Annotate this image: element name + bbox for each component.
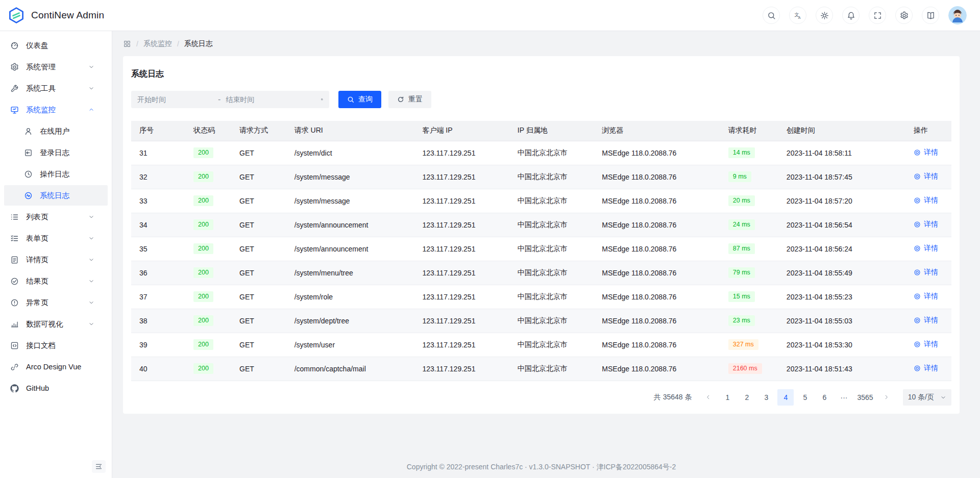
breadcrumb-item[interactable]: 系统监控 <box>143 39 172 48</box>
page-button-3[interactable]: 3 <box>758 389 774 406</box>
docs-button[interactable] <box>922 7 939 24</box>
column-header: 请求 URI <box>286 121 414 141</box>
sidebar-item-arco-design-vue[interactable]: Arco Design Vue <box>4 357 108 377</box>
start-time-input[interactable] <box>137 95 218 104</box>
wrench-icon <box>10 84 19 93</box>
page-button-6[interactable]: 6 <box>816 389 832 406</box>
sidebar-item-label: 详情页 <box>26 255 48 265</box>
sidebar-item-api-doc[interactable]: 接口文档 <box>4 335 108 356</box>
chevron-down-icon <box>88 214 94 220</box>
cell-uri: /system/message <box>286 165 414 189</box>
sidebar-item-operation-log[interactable]: 操作日志 <box>4 164 108 184</box>
login-log-icon <box>24 148 33 157</box>
app-root: ContiNew Admin 文A 仪表盘系统管理系统工具系统监控在线用户登录日… <box>0 0 980 478</box>
app-title: ContiNew Admin <box>31 10 104 21</box>
user-avatar[interactable] <box>948 6 967 24</box>
cell-status: 200 <box>185 141 231 165</box>
sidebar-item-result-page[interactable]: 结果页 <box>4 271 108 291</box>
page-button-4[interactable]: 4 <box>777 389 794 406</box>
translate-button[interactable]: 文A <box>789 7 806 24</box>
cell-browser: MSEdge 118.0.2088.76 <box>594 141 720 165</box>
cell-client-ip: 123.117.129.251 <box>414 165 509 189</box>
date-range-picker[interactable]: - <box>131 91 329 108</box>
sidebar-item-system-monitor[interactable]: 系统监控 <box>4 99 108 120</box>
page-size-select[interactable]: 10 条/页 <box>903 389 951 406</box>
cell-created-time: 2023-11-04 18:57:20 <box>778 189 905 213</box>
sidebar-item-exception-page[interactable]: 异常页 <box>4 292 108 313</box>
page-button-3565[interactable]: 3565 <box>855 389 875 406</box>
svg-text:A: A <box>798 16 800 20</box>
detail-link[interactable]: 详情 <box>914 364 938 373</box>
cell-status: 200 <box>185 237 231 261</box>
search-button[interactable] <box>763 7 780 24</box>
user-icon <box>24 127 33 136</box>
detail-link[interactable]: 详情 <box>914 148 938 157</box>
detail-link[interactable]: 详情 <box>914 340 938 349</box>
cell-elapsed: 23 ms <box>720 309 778 333</box>
system-log-icon <box>24 191 33 200</box>
detail-link[interactable]: 详情 <box>914 292 938 301</box>
table-row: 31200GET/system/dict123.117.129.251中国北京北… <box>131 141 951 165</box>
cell-method: GET <box>231 213 286 237</box>
theme-button[interactable] <box>816 7 833 24</box>
fullscreen-button[interactable] <box>869 7 886 24</box>
settings-button[interactable] <box>895 7 913 24</box>
cell-ip-region: 中国北京北京市 <box>509 189 594 213</box>
cell-action: 详情 <box>905 261 951 285</box>
sidebar-item-label: 系统管理 <box>26 62 56 72</box>
notification-button[interactable] <box>842 7 860 24</box>
cell-method: GET <box>231 189 286 213</box>
cell-uri: /system/dept/tree <box>286 309 414 333</box>
cell-uri: /common/captcha/mail <box>286 357 414 381</box>
page-button-5[interactable]: 5 <box>797 389 813 406</box>
sidebar-item-github[interactable]: GitHub <box>4 378 108 398</box>
detail-link[interactable]: 详情 <box>914 316 938 325</box>
detail-link-label: 详情 <box>924 244 938 253</box>
next-page-button[interactable] <box>878 389 895 406</box>
page-button-1[interactable]: 1 <box>719 389 736 406</box>
detail-link-label: 详情 <box>924 292 938 301</box>
sidebar-item-detail-page[interactable]: 详情页 <box>4 249 108 270</box>
detail-link[interactable]: 详情 <box>914 172 938 181</box>
detail-link[interactable]: 详情 <box>914 244 938 253</box>
sidebar-item-dashboard[interactable]: 仪表盘 <box>4 35 108 56</box>
sidebar-item-system-tools[interactable]: 系统工具 <box>4 78 108 98</box>
previous-page-button[interactable] <box>700 389 716 406</box>
cell-no: 39 <box>131 333 185 357</box>
sidebar-menu: 仪表盘系统管理系统工具系统监控在线用户登录日志操作日志系统日志列表页表单页详情页… <box>0 35 112 398</box>
chevron-up-icon <box>88 107 94 113</box>
cell-elapsed: 9 ms <box>720 165 778 189</box>
sidebar-item-label: 接口文档 <box>26 341 56 350</box>
column-header: 浏览器 <box>594 121 720 141</box>
cell-created-time: 2023-11-04 18:55:03 <box>778 309 905 333</box>
detail-link[interactable]: 详情 <box>914 268 938 277</box>
breadcrumb-separator: / <box>177 40 179 48</box>
table-row: 37200GET/system/role123.117.129.251中国北京北… <box>131 285 951 309</box>
cell-action: 详情 <box>905 357 951 381</box>
chevron-down-icon <box>88 85 94 91</box>
page-button-2[interactable]: 2 <box>739 389 755 406</box>
sidebar-item-system-management[interactable]: 系统管理 <box>4 57 108 77</box>
cell-no: 36 <box>131 261 185 285</box>
code-square-icon <box>10 341 19 350</box>
sidebar-item-online-users[interactable]: 在线用户 <box>4 121 108 141</box>
cell-action: 详情 <box>905 309 951 333</box>
sidebar-item-label: 系统日志 <box>40 191 69 200</box>
status-badge: 200 <box>193 219 213 231</box>
reset-button[interactable]: 重置 <box>388 91 431 108</box>
sidebar-item-data-visualization[interactable]: 数据可视化 <box>4 314 108 334</box>
exclamation-circle-icon <box>10 298 19 307</box>
chevron-down-icon <box>88 299 94 306</box>
sidebar-item-system-log[interactable]: 系统日志 <box>4 185 108 206</box>
sidebar-item-list-page[interactable]: 列表页 <box>4 207 108 227</box>
detail-link[interactable]: 详情 <box>914 220 938 229</box>
brand[interactable]: ContiNew Admin <box>8 7 104 24</box>
footer-copyright: Copyright © 2022-present Charles7c · v1.… <box>123 463 960 478</box>
sidebar-item-login-log[interactable]: 登录日志 <box>4 142 108 163</box>
end-time-input[interactable] <box>226 95 318 104</box>
detail-link[interactable]: 详情 <box>914 196 938 205</box>
column-header: 操作 <box>905 121 951 141</box>
sidebar-item-form-page[interactable]: 表单页 <box>4 228 108 248</box>
menu-collapse-button[interactable] <box>92 460 106 473</box>
search-button[interactable]: 查询 <box>338 91 381 108</box>
